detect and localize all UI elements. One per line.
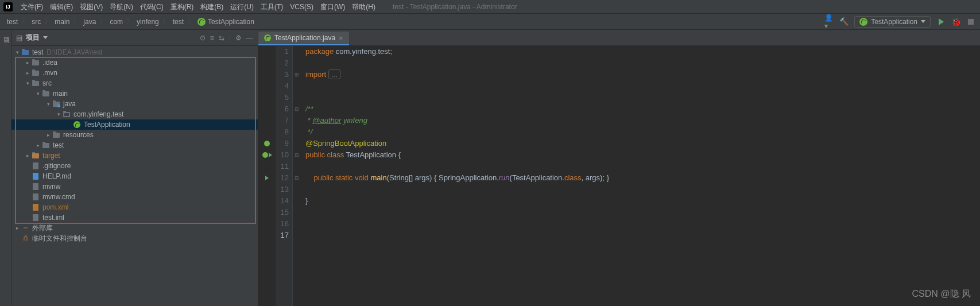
tree-node-root[interactable]: testD:\IDEA JAVA\test (11, 47, 258, 57)
build-button[interactable]: 🔨 (839, 17, 849, 26)
project-view-icon: ▤ (16, 34, 22, 42)
navigation-bar: test〉 src〉 main〉 java〉 com〉 yinfeng〉 tes… (0, 14, 980, 30)
workspace: 项目 ▤ 项目 ⊙ ≡ ⇆ | ⚙ — testD:\IDEA JAVA\tes… (0, 30, 980, 306)
crumb-file-label: TestApplication (208, 18, 254, 26)
gutter-icon-run-main[interactable] (258, 172, 276, 184)
tab-label: TestApplication.java (274, 34, 335, 42)
stop-button[interactable] (966, 17, 975, 26)
menu-bar: IJ 文件(F) 编辑(E) 视图(V) 导航(N) 代码(C) 重构(R) 构… (0, 0, 980, 14)
code-content[interactable]: package com.yinfeng.test; import ... /**… (301, 46, 980, 306)
gutter-icon-spring[interactable] (258, 138, 276, 149)
tree-node-gitignore[interactable]: .gitignore (11, 161, 258, 171)
menu-file[interactable]: 文件(F) (17, 1, 47, 13)
tool-window-header: ▤ 项目 ⊙ ≡ ⇆ | ⚙ — (11, 30, 258, 46)
toolbar-right: 👤▾ 🔨 TestApplication 🐞 (824, 16, 975, 28)
menu-help[interactable]: 帮助(H) (348, 1, 379, 13)
tree-node-external-libs[interactable]: ⎓外部库 (11, 223, 258, 233)
chevron-down-icon (921, 20, 925, 23)
crumb-src[interactable]: src (29, 18, 43, 26)
run-button[interactable] (936, 17, 946, 26)
menu-run[interactable]: 运行(U) (227, 1, 257, 13)
menu-tools[interactable]: 工具(T) (257, 1, 286, 13)
tree-node-main[interactable]: main (11, 88, 258, 99)
tree-node-testapplication[interactable]: TestApplication (11, 119, 258, 130)
editor-tabs: TestApplication.java × (258, 30, 980, 46)
crumb-yinfeng[interactable]: yinfeng (134, 18, 161, 26)
tree-node-test[interactable]: test (11, 140, 258, 150)
fold-gutter: ⊞ ⊟⊟ ⊟ (293, 46, 301, 306)
gear-icon[interactable]: ⚙ (235, 34, 242, 42)
menu-refactor[interactable]: 重构(R) (167, 1, 197, 13)
tree-node-scratches[interactable]: ⎙临时文件和控制台 (11, 233, 258, 243)
close-icon[interactable]: × (339, 34, 343, 42)
crumb-main[interactable]: main (52, 18, 72, 26)
tree-node-pom[interactable]: pom.xml (11, 202, 258, 212)
tree-node-idea[interactable]: .idea (11, 57, 258, 68)
crumb-test[interactable]: test (5, 18, 20, 26)
menu-build[interactable]: 构建(B) (197, 1, 227, 13)
spring-boot-icon (264, 34, 271, 41)
tree-node-helpmd[interactable]: HELP.md (11, 171, 258, 181)
ij-logo-icon: IJ (3, 2, 13, 11)
menu-window[interactable]: 窗口(W) (317, 1, 348, 13)
tree-node-iml[interactable]: test.iml (11, 212, 258, 223)
tree-node-mvnw[interactable]: mvnw (11, 181, 258, 192)
crumb-testpkg[interactable]: test (171, 18, 186, 26)
expand-all-icon[interactable]: ≡ (210, 34, 214, 42)
editor-body[interactable]: 12345 678910 1112131415 1617 ⊞ ⊟⊟ ⊟ pack… (258, 46, 980, 306)
window-title: test - TestApplication.java - Administra… (393, 3, 517, 11)
user-icon[interactable]: 👤▾ (824, 17, 834, 26)
line-numbers: 12345 678910 1112131415 1617 (276, 46, 293, 306)
collapse-all-icon[interactable]: ⇆ (219, 34, 224, 42)
editor-area: TestApplication.java × 12345 678910 1112… (258, 30, 980, 306)
menu-vcs[interactable]: VCS(S) (286, 1, 317, 13)
left-tool-stripe[interactable]: 项目 (0, 30, 11, 306)
tree-node-src[interactable]: src (11, 78, 258, 88)
gutter-icons (258, 46, 276, 306)
menu-edit[interactable]: 编辑(E) (47, 1, 76, 13)
menu-view[interactable]: 视图(V) (76, 1, 106, 13)
hide-icon[interactable]: — (246, 34, 253, 42)
tree-node-java[interactable]: java (11, 99, 258, 109)
tool-window-title: 项目 (26, 33, 40, 42)
menu-code[interactable]: 代码(C) (137, 1, 167, 13)
tree-node-mvn[interactable]: .mvn (11, 68, 258, 78)
tree-node-mvnwcmd[interactable]: mvnw.cmd (11, 192, 258, 202)
project-tool-window: ▤ 项目 ⊙ ≡ ⇆ | ⚙ — testD:\IDEA JAVA\test .… (11, 30, 258, 306)
crumb-com[interactable]: com (107, 18, 125, 26)
watermark: CSDN @隐 风 (912, 288, 971, 300)
crumb-file[interactable]: TestApplication (195, 18, 257, 26)
tree-node-target[interactable]: target (11, 150, 258, 161)
project-tree[interactable]: testD:\IDEA JAVA\test .idea .mvn src mai… (11, 46, 258, 306)
debug-button[interactable]: 🐞 (951, 17, 960, 26)
chevron-down-icon[interactable] (43, 36, 48, 39)
editor-tab-testapplication[interactable]: TestApplication.java × (258, 32, 349, 45)
run-config-selector[interactable]: TestApplication (854, 16, 931, 28)
tree-node-resources[interactable]: resources (11, 130, 258, 140)
run-config-label: TestApplication (871, 18, 917, 26)
crumb-java[interactable]: java (81, 18, 98, 26)
gutter-icon-run-class[interactable] (258, 149, 276, 161)
tree-node-package[interactable]: com.yinfeng.test (11, 109, 258, 119)
menu-navigate[interactable]: 导航(N) (106, 1, 137, 13)
spring-boot-icon (197, 18, 206, 26)
spring-boot-icon (859, 18, 867, 26)
locate-icon[interactable]: ⊙ (200, 34, 206, 42)
